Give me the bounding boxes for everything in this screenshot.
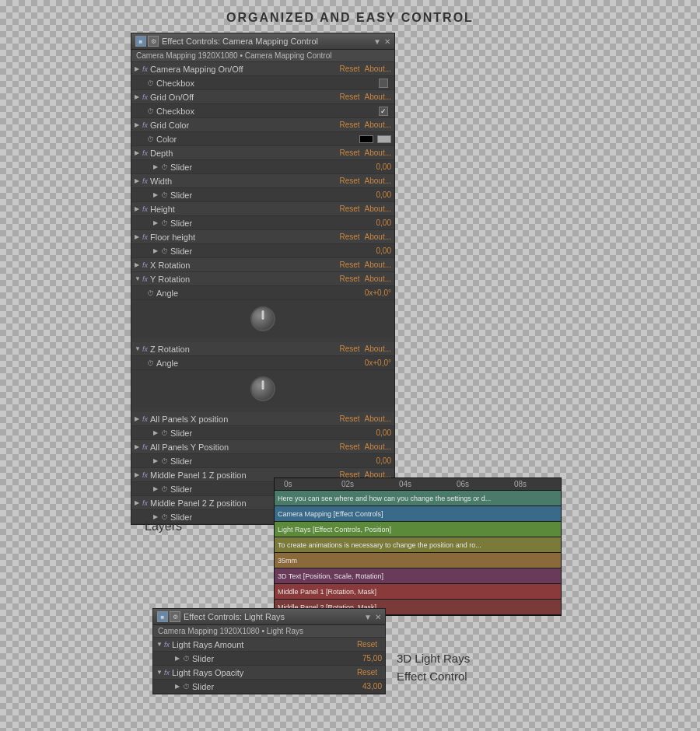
row-value: 0,00 (352, 428, 391, 437)
layer-text-4: To create animations is necessary to cha… (278, 541, 481, 549)
row-label: Checkbox (156, 107, 379, 116)
about-button[interactable]: About... (365, 414, 391, 423)
layer-row-5: 35mm (275, 553, 561, 568)
expand-icon[interactable]: ▶ (135, 149, 142, 156)
about-button[interactable]: About... (365, 205, 391, 213)
row-floor-height-slider: ▶ ⏱ Slider 0,00 (131, 244, 394, 258)
expand-icon[interactable]: ▶ (153, 429, 161, 436)
row-z-rotation-angle: ⏱ Angle 0x+0,0° (131, 356, 394, 370)
lightrays-titlebar: ■ ⚙ Effect Controls: Light Rays ▼ ✕ (153, 609, 385, 625)
expand-icon[interactable]: ▶ (153, 457, 161, 464)
row-width-slider: ▶ ⏱ Slider 0,00 (131, 188, 394, 202)
about-button[interactable]: About... (365, 93, 391, 101)
layer-bar-1: Here you can see where and how can you c… (275, 491, 561, 505)
stopwatch-icon: ⏱ (161, 457, 168, 465)
time-mark-04s: 04s (399, 480, 457, 488)
row-light-rays-amount: ▼ fx Light Rays Amount Reset (153, 638, 385, 652)
expand-icon[interactable]: ▶ (135, 233, 142, 240)
expand-icon[interactable]: ▶ (153, 219, 161, 226)
expand-icon[interactable]: ▶ (153, 191, 161, 198)
panel-menu-btn[interactable]: ▼ (373, 37, 381, 46)
fx-badge: fx (142, 205, 148, 213)
panel-close-btn[interactable]: ✕ (375, 613, 381, 621)
reset-button[interactable]: Reset (357, 668, 377, 677)
expand-icon[interactable]: ▶ (153, 485, 161, 492)
color-swatch-gray[interactable] (377, 135, 391, 143)
reset-button[interactable]: Reset (339, 233, 359, 241)
checkbox[interactable] (379, 79, 388, 88)
expand-icon[interactable]: ▶ (135, 261, 142, 268)
expand-icon[interactable]: ▶ (135, 415, 142, 422)
reset-button[interactable]: Reset (339, 414, 359, 423)
stopwatch-icon: ⏱ (161, 429, 168, 437)
lightrays-label: 3D Light Rays Effect Control (397, 650, 470, 685)
expand-icon[interactable]: ▶ (135, 65, 142, 72)
expand-icon[interactable]: ▶ (135, 177, 142, 184)
expand-icon[interactable]: ▶ (135, 471, 142, 478)
about-button[interactable]: About... (365, 65, 391, 73)
y-rotation-knob-container (131, 300, 394, 338)
reset-button[interactable]: Reset (357, 640, 377, 649)
expand-icon[interactable]: ▶ (135, 93, 142, 100)
expand-icon[interactable]: ▶ (153, 247, 161, 254)
layer-row-2: Camera Mapping [Effect Controls] (275, 506, 561, 522)
fx-badge: fx (142, 233, 148, 241)
row-label: Grid On/Off (150, 93, 339, 102)
panel-menu-btn[interactable]: ▼ (364, 613, 372, 621)
reset-button[interactable]: Reset (339, 93, 359, 101)
about-button[interactable]: About... (365, 149, 391, 157)
reset-button[interactable]: Reset (339, 345, 359, 353)
expand-icon[interactable]: ▶ (175, 683, 183, 690)
layer-row-7: Middle Panel 1 [Rotation, Mask] (275, 584, 561, 600)
about-button[interactable]: About... (365, 275, 391, 283)
reset-button[interactable]: Reset (339, 149, 359, 157)
fx-badge: fx (142, 275, 148, 283)
panel-close-btn[interactable]: ✕ (384, 37, 390, 46)
y-rotation-knob[interactable] (250, 306, 275, 331)
row-y-rotation-angle: ⏱ Angle 0x+0,0° (131, 286, 394, 300)
about-button[interactable]: About... (365, 261, 391, 269)
about-button[interactable]: About... (365, 345, 391, 353)
reset-button[interactable]: Reset (339, 261, 359, 269)
reset-button[interactable]: Reset (339, 121, 359, 129)
row-label: Slider (170, 247, 352, 256)
expand-icon[interactable]: ▶ (153, 163, 161, 170)
about-button[interactable]: About... (365, 121, 391, 129)
stopwatch-icon: ⏱ (183, 655, 190, 663)
row-label: Angle (156, 359, 352, 368)
reset-button[interactable]: Reset (339, 65, 359, 73)
color-swatch-black[interactable] (359, 135, 373, 143)
row-value: 0,00 (352, 219, 391, 227)
row-width: ▶ fx Width Reset About... (131, 174, 394, 188)
effect-controls-panel: ■ ⚙ Effect Controls: Camera Mapping Cont… (131, 33, 395, 525)
row-label: Light Rays Opacity (172, 668, 357, 677)
checkbox[interactable]: ✓ (379, 107, 388, 116)
expand-icon[interactable]: ▼ (135, 345, 142, 352)
reset-button[interactable]: Reset (339, 442, 359, 451)
about-button[interactable]: About... (365, 177, 391, 185)
expand-icon[interactable]: ▼ (156, 669, 164, 676)
expand-icon[interactable]: ▼ (135, 275, 142, 282)
reset-button[interactable]: Reset (339, 275, 359, 283)
about-button[interactable]: About... (365, 442, 391, 451)
row-label: Slider (170, 163, 352, 172)
row-all-panels-x: ▶ fx All Panels X position Reset About..… (131, 412, 394, 426)
row-label: Slider (192, 682, 343, 691)
layer-row-4: To create animations is necessary to cha… (275, 537, 561, 553)
expand-icon[interactable]: ▶ (135, 205, 142, 212)
expand-icon[interactable]: ▶ (135, 443, 142, 450)
z-rotation-knob[interactable] (250, 376, 275, 401)
layer-row-6: 3D Text [Position, Scale, Rotation] (275, 568, 561, 584)
expand-icon[interactable]: ▶ (135, 121, 142, 128)
fx-badge: fx (142, 443, 148, 451)
expand-icon[interactable]: ▶ (175, 655, 183, 662)
panel-titlebar: ■ ⚙ Effect Controls: Camera Mapping Cont… (131, 33, 394, 50)
about-button[interactable]: About... (365, 233, 391, 241)
time-mark-08s: 08s (514, 480, 572, 488)
reset-button[interactable]: Reset (339, 205, 359, 213)
titlebar-icons: ■ ⚙ (157, 611, 180, 622)
reset-button[interactable]: Reset (339, 177, 359, 185)
row-light-rays-opacity-slider: ▶ ⏱ Slider 43,00 (153, 680, 385, 694)
expand-icon[interactable]: ▼ (156, 641, 164, 648)
expand-icon[interactable]: ▶ (135, 499, 142, 506)
